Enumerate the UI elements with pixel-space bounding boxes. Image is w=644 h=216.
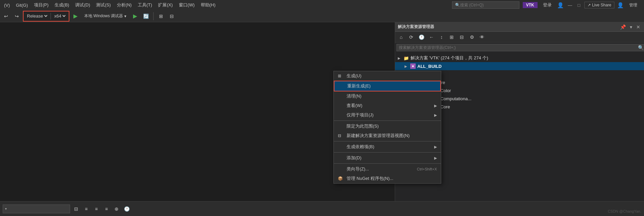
ctx-nuget-label: 管理 NuGet 程序包(N)... <box>347 176 437 182</box>
redo-button[interactable]: ↪ <box>12 11 22 21</box>
panel-collapse-btn[interactable]: ⊟ <box>457 32 466 42</box>
run-icon: ▶ <box>133 13 137 19</box>
panel-view-btn[interactable]: 👁 <box>477 32 487 42</box>
manage-button[interactable]: 管理 <box>626 2 640 9</box>
local-windows-debugger-label: 本地 Windows 调试器 <box>84 13 123 19</box>
bottom-dropdown-arrow: ▾ <box>5 207 7 211</box>
search-input[interactable] <box>460 3 507 7</box>
ctx-rebuild[interactable]: 重新生成(E) <box>334 81 441 91</box>
settings-icon: ⚙ <box>470 34 474 40</box>
panel-home-btn[interactable]: ⌂ <box>396 32 406 42</box>
run-debugger-button[interactable]: 本地 Windows 调试器 ▾ <box>82 11 129 21</box>
toolbar-separator <box>153 12 154 20</box>
home-icon: ⌂ <box>400 34 402 40</box>
add-arrow-icon: ▶ <box>434 156 437 160</box>
bottom-icon-5: ⊕ <box>115 206 119 212</box>
pin-button[interactable]: 📌 <box>619 24 627 30</box>
ctx-build[interactable]: ⊞ 生成(U) <box>334 71 441 81</box>
ctx-sep-3 <box>334 152 441 153</box>
login-btn[interactable]: 登录 <box>540 1 554 9</box>
allbuild-icon: ■ <box>410 63 416 69</box>
arch-dropdown[interactable]: x64 x86 <box>51 11 69 21</box>
run-icon-btn[interactable]: ▶ <box>130 11 140 21</box>
panel-toolbar: ⌂ ⟳ 🕐 ← ↕ ⊞ ⊟ ⚙ 👁 <box>395 32 644 43</box>
ctx-class-wizard[interactable]: 类向导(Z)... Ctrl+Shift+X <box>334 164 441 174</box>
tree-item-allbuild[interactable]: ▶ ■ ALL_BUILD <box>395 62 644 70</box>
sync-icon: ⟳ <box>409 34 413 40</box>
search-box[interactable]: 🔍 <box>452 1 519 9</box>
bottom-btn-6[interactable]: 🕐 <box>122 204 131 214</box>
config-dropdown[interactable]: Release Debug <box>24 11 51 21</box>
panel-controls: 📌 ▾ ✕ <box>619 24 641 30</box>
live-share-button[interactable]: ↗ Live Share <box>584 2 614 8</box>
live-share-label: Live Share <box>592 3 611 7</box>
play-icon: ▶ <box>73 13 77 19</box>
nav-icon: ↕ <box>441 34 443 40</box>
panel-settings-btn[interactable]: ⚙ <box>467 32 477 42</box>
allbuild-label: ALL_BUILD <box>417 64 442 69</box>
solution-search-input[interactable] <box>397 45 637 50</box>
menu-project[interactable]: 项目(P) <box>31 1 51 9</box>
nuget-icon: 📦 <box>338 176 345 181</box>
panel-clock-btn[interactable]: 🕐 <box>417 32 426 42</box>
menu-window[interactable]: 窗口(W) <box>176 1 197 9</box>
watermark: CSDN @ChangYan. <box>608 209 641 213</box>
panel-expand-btn[interactable]: ⊞ <box>447 32 456 42</box>
bottom-btn-1[interactable]: ⊟ <box>71 204 81 214</box>
ctx-scope[interactable]: 限定为此范围(S) <box>334 122 441 131</box>
menu-git[interactable]: Git(G) <box>13 1 30 9</box>
user-icon: 👤 <box>617 2 624 8</box>
ctx-new-view[interactable]: ⊟ 新建解决方案资源管理器视图(N) <box>334 131 441 140</box>
ctx-rebuild-label: 重新生成(E) <box>347 83 436 89</box>
ctx-build-deps[interactable]: 生成依赖项(B) ▶ <box>334 142 441 152</box>
menu-test[interactable]: 测试(S) <box>93 1 113 9</box>
bottom-icon-3: ≡ <box>95 206 98 212</box>
ctx-build-deps-label: 生成依赖项(B) <box>347 144 434 150</box>
ctx-clean-label: 清理(N) <box>347 93 437 99</box>
solution-icon: 📁 <box>403 55 409 61</box>
ctx-scope-label: 限定为此范围(S) <box>347 123 437 129</box>
minimize-icon[interactable]: — <box>567 3 574 8</box>
arch-select[interactable]: x64 x86 <box>53 13 67 19</box>
ctx-project-only[interactable]: 仅用于项目(J) ▶ <box>334 110 441 120</box>
grid-button[interactable]: ⊟ <box>167 11 176 21</box>
ctx-view[interactable]: 查看(W) ▶ <box>334 101 441 110</box>
menu-build[interactable]: 生成(B) <box>52 1 72 9</box>
bottom-btn-5[interactable]: ⊕ <box>112 204 121 214</box>
menu-analyze[interactable]: 分析(N) <box>114 1 134 9</box>
panel-menu-button[interactable]: ▾ <box>629 24 633 30</box>
panel-search-box[interactable]: 🔍 <box>396 44 644 51</box>
class-wizard-shortcut: Ctrl+Shift+X <box>417 167 437 171</box>
panel-sync-btn[interactable]: ⟳ <box>407 32 416 42</box>
panel-back-btn[interactable]: ← <box>427 32 436 42</box>
play-button[interactable]: ▶ <box>71 11 80 21</box>
ctx-add[interactable]: 添加(D) ▶ <box>334 153 441 163</box>
panel-close-button[interactable]: ✕ <box>635 24 641 30</box>
panel-search-icon[interactable]: 🔍 <box>637 45 644 50</box>
panel-nav-btn[interactable]: ↕ <box>437 32 446 42</box>
menu-extensions[interactable]: 扩展(X) <box>155 1 175 9</box>
bookmark-button[interactable]: ⊞ <box>156 11 166 21</box>
menu-v[interactable]: (V) <box>1 1 12 9</box>
menu-tools[interactable]: 工具(T) <box>135 1 155 9</box>
menu-debug[interactable]: 调试(D) <box>72 1 93 9</box>
solution-root-item[interactable]: ▶ 📁 解决方案 'VTK' (274 个项目，共 274 个) <box>395 54 644 62</box>
ctx-build-label: 生成(U) <box>347 73 437 79</box>
ctx-nuget[interactable]: 📦 管理 NuGet 程序包(N)... <box>334 174 441 183</box>
undo-button[interactable]: ↩ <box>1 11 11 21</box>
bottom-btn-3[interactable]: ≡ <box>92 204 101 214</box>
bottom-search-dropdown[interactable]: ▾ <box>3 205 70 213</box>
ctx-view-label: 查看(W) <box>347 103 434 109</box>
maximize-icon[interactable]: □ <box>576 3 582 8</box>
collapse-icon: ⊟ <box>460 34 464 40</box>
menu-help[interactable]: 帮助(H) <box>198 1 218 9</box>
dropdown-arrow-icon: ▾ <box>124 14 126 19</box>
config-select[interactable]: Release Debug <box>26 13 49 19</box>
ctx-clean[interactable]: 清理(N) <box>334 91 441 101</box>
bottom-btn-4[interactable]: ≡ <box>102 204 111 214</box>
toolbar: ↩ ↪ Release Debug x64 x86 ▶ 本地 Windows 调… <box>0 10 644 22</box>
restart-button[interactable]: 🔄 <box>141 11 151 21</box>
bottom-btn-2[interactable]: ≡ <box>82 204 91 214</box>
context-menu: ⊞ 生成(U) 重新生成(E) 清理(N) 查看(W) ▶ 仅用于项目(J) ▶… <box>333 71 441 184</box>
search-icon: 🔍 <box>455 3 460 7</box>
